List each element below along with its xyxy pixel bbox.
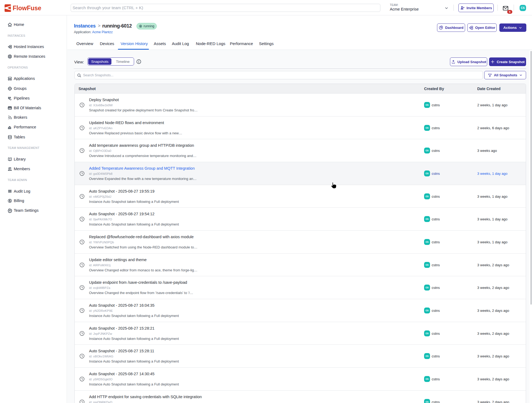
svg-text:FlowFuse: FlowFuse [13,5,41,12]
